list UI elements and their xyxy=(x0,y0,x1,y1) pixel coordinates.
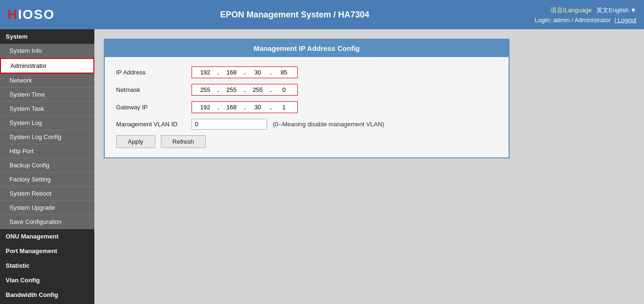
netmask-sep-1: . xyxy=(217,86,220,93)
sidebar-section-statistic[interactable]: Statistic xyxy=(0,258,94,273)
netmask-sep-3: . xyxy=(269,86,273,93)
sidebar-section-onu[interactable]: ONU Management xyxy=(0,229,94,244)
gateway-sep-3: . xyxy=(269,104,273,111)
refresh-button[interactable]: Refresh xyxy=(161,135,206,148)
logo: HIOSO xyxy=(8,7,55,22)
gateway-c[interactable] xyxy=(246,103,269,112)
header: HIOSO EPON Management System / HA7304 语言… xyxy=(0,0,644,29)
sidebar-section-system[interactable]: System xyxy=(0,29,94,44)
sidebar-item-system-reboot[interactable]: System Reboot xyxy=(0,187,94,201)
netmask-sep-2: . xyxy=(243,86,247,93)
gateway-group: . . . xyxy=(192,101,298,113)
gateway-b[interactable] xyxy=(220,103,243,112)
sidebar-item-backup-config[interactable]: Backup Config xyxy=(0,158,94,173)
sidebar: System System Info Administrator Network… xyxy=(0,29,94,304)
sidebar-item-system-upgrade[interactable]: System Upgrade xyxy=(0,201,94,215)
vlan-row: Management VLAN ID (0--Meaning disable m… xyxy=(116,119,497,130)
ip-sep-3: . xyxy=(269,69,273,76)
ip-address-a[interactable] xyxy=(194,68,217,77)
gateway-sep-2: . xyxy=(243,104,247,111)
gateway-a[interactable] xyxy=(194,103,217,112)
card-title: Management IP Address Config xyxy=(105,40,509,57)
sidebar-item-system-info[interactable]: System Info xyxy=(0,44,94,58)
netmask-label: Netmask xyxy=(116,86,192,93)
card-body: IP Address . . . Netmask xyxy=(105,57,509,157)
sidebar-section-port[interactable]: Port Management xyxy=(0,244,94,258)
ip-sep-1: . xyxy=(217,69,220,76)
ip-address-row: IP Address . . . xyxy=(116,66,497,78)
sidebar-item-system-log[interactable]: System Log xyxy=(0,116,94,130)
sidebar-item-system-task[interactable]: System Task xyxy=(0,102,94,116)
ip-address-label: IP Address xyxy=(116,69,192,76)
netmask-c[interactable] xyxy=(246,85,269,94)
ip-address-b[interactable] xyxy=(220,68,243,77)
header-title: EPON Management System / HA7304 xyxy=(55,10,535,20)
vlan-label: Management VLAN ID xyxy=(116,121,192,128)
vlan-input[interactable] xyxy=(192,119,267,130)
logo-text: HIOSO xyxy=(8,7,55,22)
gateway-sep-1: . xyxy=(217,104,220,111)
sidebar-section-vlan[interactable]: Vlan Config xyxy=(0,273,94,288)
apply-button[interactable]: Apply xyxy=(116,135,155,148)
sidebar-item-save-configuration[interactable]: Save Configuration xyxy=(0,215,94,229)
sidebar-section-olt-mac[interactable]: OLT Mac Config xyxy=(0,302,94,304)
header-right: 语言/Language 英文English ▼ Login: admin / A… xyxy=(535,6,636,24)
sidebar-item-administrator[interactable]: Administrator xyxy=(0,58,94,74)
sidebar-item-system-log-config[interactable]: System Log Config xyxy=(0,130,94,144)
ip-address-d[interactable] xyxy=(273,68,295,77)
login-row: Login: admin / Administrator | Logout xyxy=(535,16,636,24)
netmask-b[interactable] xyxy=(220,85,243,94)
logo-h: H xyxy=(8,7,18,22)
netmask-a[interactable] xyxy=(194,85,217,94)
lang-label: 语言/Language xyxy=(551,7,592,14)
gateway-label: Gateway IP xyxy=(116,104,192,111)
sidebar-item-network[interactable]: Network xyxy=(0,74,94,88)
ip-address-c[interactable] xyxy=(246,68,269,77)
ip-sep-2: . xyxy=(243,69,247,76)
sidebar-section-bandwidth[interactable]: Bandwidth Config xyxy=(0,288,94,302)
vlan-hint: (0--Meaning disable management VLAN) xyxy=(273,121,384,128)
sidebar-item-http-port[interactable]: Http Port xyxy=(0,144,94,158)
sidebar-item-system-time[interactable]: System Time xyxy=(0,88,94,102)
logout-link[interactable]: | Logout xyxy=(614,16,636,24)
ip-config-card: Management IP Address Config IP Address … xyxy=(104,39,510,158)
gateway-row: Gateway IP . . . xyxy=(116,101,497,113)
layout: System System Info Administrator Network… xyxy=(0,29,644,304)
netmask-group: . . . xyxy=(192,84,298,96)
login-text: Login: admin / Administrator xyxy=(535,16,611,24)
netmask-row: Netmask . . . xyxy=(116,84,497,96)
language-row: 语言/Language 英文English ▼ xyxy=(535,6,636,15)
button-row: Apply Refresh xyxy=(116,135,497,148)
netmask-d[interactable] xyxy=(273,85,295,94)
lang-value[interactable]: 英文English ▼ xyxy=(596,7,636,14)
ip-address-group: . . . xyxy=(192,66,298,78)
main-content: Management IP Address Config IP Address … xyxy=(94,29,644,304)
sidebar-item-factory-setting[interactable]: Factory Setting xyxy=(0,173,94,187)
gateway-d[interactable] xyxy=(273,103,295,112)
